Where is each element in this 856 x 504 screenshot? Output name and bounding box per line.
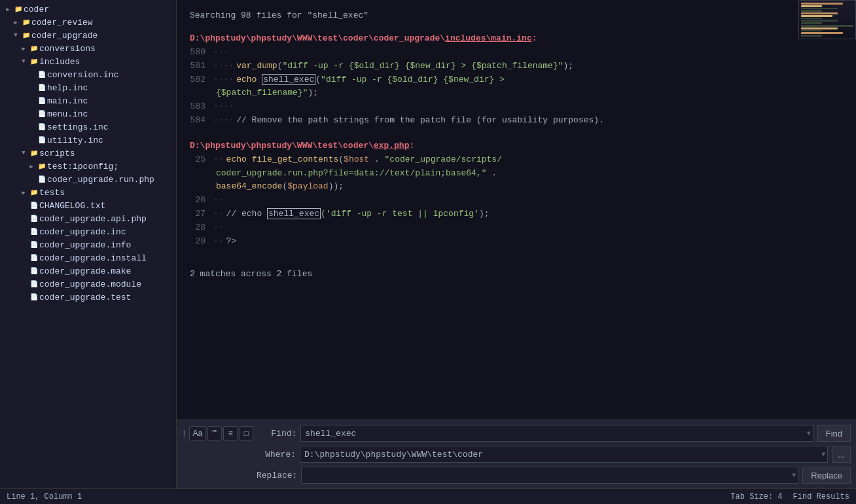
file-icon: 📄 — [37, 69, 47, 80]
spacer — [18, 200, 29, 211]
status-right: Tab Size: 4 Find Results — [730, 492, 849, 501]
code-line-match-1: 582 ···· echo shell_exec("diff -up -r {$… — [177, 73, 856, 87]
regex-button[interactable]: ≡ — [223, 426, 238, 441]
arrow-icon: ▶ — [10, 17, 21, 27]
find-input-wrapper: ▼ — [300, 425, 813, 442]
where-input-wrapper: ▼ — [300, 446, 828, 463]
tree-item-main-inc[interactable]: 📄 main.inc — [0, 94, 176, 107]
tree-label: coder_upgrade.install — [39, 253, 147, 263]
code-line-match-2: 27 ·· // echo shell_exec('diff -up -r te… — [177, 207, 856, 221]
folder-icon: 📁 — [21, 17, 31, 27]
cursor-icon: | — [182, 429, 187, 437]
folder-icon: 📁 — [13, 4, 24, 14]
code-block-1: 580 ··· 581 ···· var_dump("diff -up -r {… — [177, 46, 856, 128]
code-line: 580 ··· — [177, 46, 856, 60]
tree-label: includes — [39, 57, 80, 67]
folder-icon: 📁 — [21, 30, 31, 41]
replace-input[interactable] — [301, 467, 798, 484]
code-line: 26 ·· — [177, 194, 856, 207]
file-path-highlight-2: exp.php — [374, 141, 410, 151]
spacer — [18, 279, 29, 289]
tree-label: coder_upgrade.module — [39, 279, 141, 289]
tree-item-upgrade-test[interactable]: 📄 coder_upgrade.test — [0, 291, 176, 304]
tree-item-upgrade-module[interactable]: 📄 coder_upgrade.module — [0, 278, 176, 291]
tree-item-scripts[interactable]: ▼ 📁 scripts — [0, 147, 176, 160]
tree-label: coder_upgrade — [31, 31, 98, 41]
tree-label: help.inc — [47, 83, 88, 93]
arrow-icon: ▶ — [18, 187, 29, 198]
replace-button[interactable]: Replace — [802, 467, 851, 484]
file-icon: 📄 — [29, 253, 39, 263]
tree-label: coder_upgrade.info — [39, 240, 131, 250]
arrow-icon: ▼ — [18, 56, 29, 67]
match-summary: 2 matches across 2 files — [177, 259, 856, 289]
find-input[interactable] — [300, 425, 813, 442]
tree-item-conversions[interactable]: ▶ 📁 conversions — [0, 42, 176, 55]
tree-item-coder[interactable]: ▶ 📁 coder — [0, 3, 176, 16]
code-line-cont: {$patch_filename}"); — [177, 86, 856, 100]
cursor-position: Line 1, Column 1 — [7, 492, 82, 501]
tree-item-test-ipconfig[interactable]: ▶ 📁 test:ipconfig; — [0, 160, 176, 173]
code-line: 29 ·· ?> — [177, 235, 856, 249]
spacer — [18, 292, 29, 302]
where-label: Where: — [257, 450, 296, 459]
tree-item-tests[interactable]: ▶ 📁 tests — [0, 186, 176, 199]
code-line: 583 ···· — [177, 100, 856, 114]
tree-item-coder-upgrade-run-php[interactable]: 📄 coder_upgrade.run.php — [0, 173, 176, 186]
folder-icon: 📁 — [29, 56, 39, 67]
tree-item-api[interactable]: 📄 coder_upgrade.api.php — [0, 212, 176, 225]
file-path-1[interactable]: D:\phpstudy\phpstudy\WWW\test\coder\code… — [177, 31, 856, 46]
code-block-2: 25 ·· echo file_get_contents($host . "co… — [177, 153, 856, 249]
tree-label: coder — [24, 5, 49, 14]
tree-label: conversion.inc — [47, 70, 118, 80]
tree-item-menu-inc[interactable]: 📄 menu.inc — [0, 107, 176, 120]
code-line: base64_encode($payload)); — [177, 180, 856, 194]
spacer — [18, 253, 29, 263]
tree-label: CHANGELOG.txt — [39, 201, 105, 211]
tree-item-changelog[interactable]: 📄 CHANGELOG.txt — [0, 199, 176, 212]
replace-input-wrapper: ▼ — [301, 467, 798, 484]
code-line: coder_upgrade.run.php?file=data://text/p… — [177, 167, 856, 181]
tree-item-upgrade-inc[interactable]: 📄 coder_upgrade.inc — [0, 225, 176, 238]
find-row: | Aa "" ≡ □ Find: ▼ Find — [182, 423, 851, 444]
word-match-button[interactable]: "" — [207, 426, 222, 441]
tree-item-conversion-inc[interactable]: 📄 conversion.inc — [0, 68, 176, 81]
tree-item-utility-inc[interactable]: 📄 utility.inc — [0, 134, 176, 147]
file-icon: 📄 — [29, 266, 39, 276]
find-label: Find: — [257, 429, 296, 439]
case-sensitive-button[interactable]: Aa — [189, 426, 207, 441]
arrow-icon: ▶ — [26, 161, 37, 171]
replace-row: Replace: ▼ Replace — [182, 465, 851, 486]
file-tree[interactable]: ▶ 📁 coder ▶ 📁 coder_review ▼ 📁 coder_upg… — [0, 0, 177, 488]
find-button[interactable]: Find — [817, 425, 851, 442]
search-header: Searching 98 files for "shell_exec" — [177, 5, 856, 31]
context-button[interactable]: □ — [239, 426, 253, 441]
code-line: 25 ·· echo file_get_contents($host . "co… — [177, 153, 856, 167]
spacer — [26, 69, 37, 80]
tree-label: conversions — [39, 44, 96, 54]
code-line: 584 ···· // Remove the path strings from… — [177, 114, 856, 128]
tree-item-coder-upgrade[interactable]: ▼ 📁 coder_upgrade — [0, 29, 176, 42]
tree-label: test:ipconfig; — [47, 162, 118, 171]
tree-label: coder_upgrade.inc — [39, 227, 126, 237]
tree-item-coder-review[interactable]: ▶ 📁 coder_review — [0, 16, 176, 29]
tree-label: coder_upgrade.api.php — [39, 214, 147, 224]
tree-item-upgrade-install[interactable]: 📄 coder_upgrade.install — [0, 251, 176, 264]
folder-icon: 📁 — [29, 43, 39, 54]
where-input[interactable] — [300, 446, 828, 463]
tree-label: coder_upgrade.run.php — [47, 175, 154, 185]
ellipsis-button[interactable]: ... — [832, 446, 851, 463]
search-results-pane: Searching 98 files for "shell_exec" D:\p… — [177, 0, 856, 420]
spacer — [18, 266, 29, 276]
tree-label: coder_upgrade.make — [39, 266, 131, 276]
spacer — [18, 226, 29, 237]
tree-item-settings-inc[interactable]: 📄 settings.inc — [0, 120, 176, 134]
tree-item-upgrade-make[interactable]: 📄 coder_upgrade.make — [0, 264, 176, 278]
spacer — [26, 109, 37, 119]
tree-item-help-inc[interactable]: 📄 help.inc — [0, 81, 176, 94]
tree-item-upgrade-info[interactable]: 📄 coder_upgrade.info — [0, 238, 176, 251]
spacer — [18, 213, 29, 224]
file-path-2[interactable]: D:\phpstudy\phpstudy\WWW\test\coder\exp.… — [177, 138, 856, 153]
replace-label: Replace: — [257, 471, 297, 480]
tree-item-includes[interactable]: ▼ 📁 includes — [0, 55, 176, 68]
